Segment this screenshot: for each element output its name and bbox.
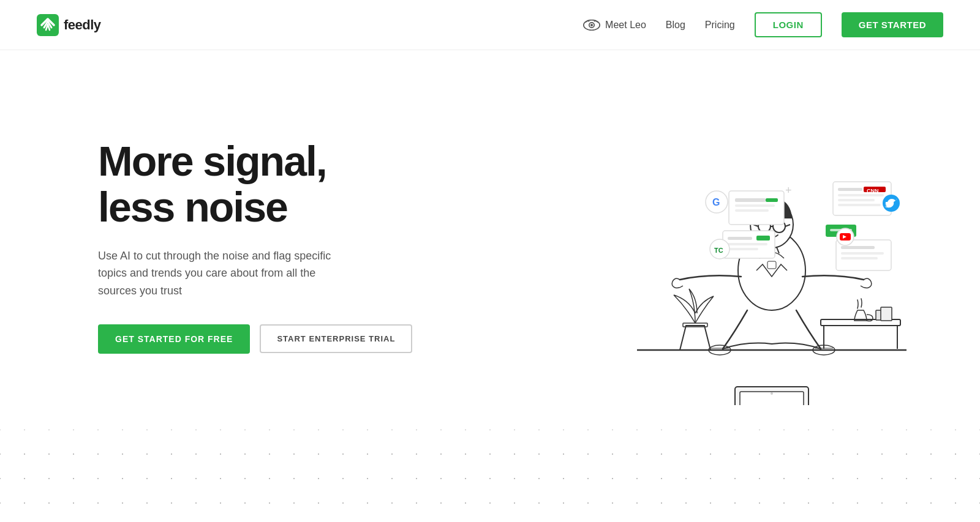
login-button[interactable]: LOGIN xyxy=(755,12,822,37)
hero-subtitle: Use AI to cut through the noise and flag… xyxy=(98,247,355,300)
nav-blog[interactable]: Blog xyxy=(666,20,685,31)
get-started-nav-button[interactable]: GET STARTED xyxy=(842,12,943,37)
svg-text:+: + xyxy=(785,184,792,196)
svg-rect-32 xyxy=(735,198,766,202)
svg-rect-9 xyxy=(881,307,892,321)
svg-rect-50 xyxy=(838,194,884,196)
nav-meet-leo-label: Meet Leo xyxy=(605,20,646,31)
dot-grid xyxy=(0,430,980,522)
hero-title-line1: More signal, xyxy=(98,138,326,184)
nav-meet-leo[interactable]: Meet Leo xyxy=(583,20,646,31)
svg-text:G: G xyxy=(712,197,720,207)
svg-rect-33 xyxy=(735,204,775,207)
svg-rect-34 xyxy=(735,209,769,212)
svg-rect-35 xyxy=(766,198,778,202)
svg-text:CNN: CNN xyxy=(867,188,879,194)
svg-rect-12 xyxy=(767,261,776,269)
svg-rect-59 xyxy=(841,257,878,259)
svg-line-20 xyxy=(777,247,779,253)
feedly-logo-icon xyxy=(37,14,59,36)
nav-pricing[interactable]: Pricing xyxy=(705,20,735,31)
svg-rect-38 xyxy=(756,236,770,240)
svg-rect-57 xyxy=(841,246,875,249)
hero-section: More signal, less noise Use AI to cut th… xyxy=(0,50,980,405)
navbar: feedly Meet Leo Blog Pricing LOGIN GET S… xyxy=(0,0,980,50)
logo-text: feedly xyxy=(64,17,101,33)
dot-section xyxy=(0,405,980,522)
logo[interactable]: feedly xyxy=(37,14,101,36)
hero-title: More signal, less noise xyxy=(98,138,435,230)
svg-rect-51 xyxy=(838,199,875,201)
svg-rect-37 xyxy=(728,237,752,240)
svg-rect-58 xyxy=(841,252,884,255)
svg-point-28 xyxy=(771,392,773,395)
svg-rect-40 xyxy=(728,248,758,250)
svg-rect-47 xyxy=(838,188,862,191)
svg-rect-52 xyxy=(838,204,881,206)
hero-illustration-svg: G TC + + + CNN xyxy=(600,87,943,405)
hero-illustration: G TC + + + CNN xyxy=(459,87,943,405)
svg-text:TC: TC xyxy=(714,247,723,254)
hero-content: More signal, less noise Use AI to cut th… xyxy=(98,138,435,354)
hero-title-line2: less noise xyxy=(98,184,287,230)
leo-icon xyxy=(583,20,600,31)
start-enterprise-trial-button[interactable]: START ENTERPRISE TRIAL xyxy=(260,324,412,353)
svg-rect-39 xyxy=(728,243,767,245)
svg-point-3 xyxy=(590,23,593,26)
hero-buttons: GET STARTED FOR FREE START ENTERPRISE TR… xyxy=(98,324,435,354)
nav-links: Meet Leo Blog Pricing LOGIN GET STARTED xyxy=(583,12,943,37)
svg-rect-31 xyxy=(729,191,784,225)
get-started-free-button[interactable]: GET STARTED FOR FREE xyxy=(98,324,250,354)
